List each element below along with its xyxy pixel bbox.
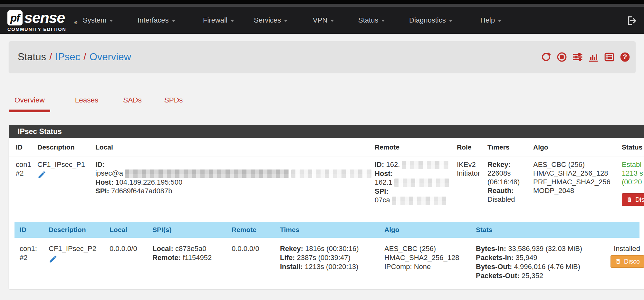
algo-integrity: HMAC_SHA2_256_128 <box>384 253 476 262</box>
local-id-value: ipsec@a <box>95 169 123 177</box>
disconnect-button-label: Dis <box>635 196 644 203</box>
chart-bar-icon[interactable] <box>588 52 599 63</box>
column-header-id: ID <box>14 222 49 238</box>
ike-local-cell: ID: ipsec@a Host: 104.189.226.195:500 SP… <box>95 160 375 206</box>
chevron-down-icon <box>381 20 385 22</box>
tab-sads[interactable]: SADs <box>118 94 147 112</box>
role-type: Initiator <box>457 169 487 178</box>
breadcrumb-separator: / <box>80 51 90 63</box>
child-status-cell: Installed Disco <box>610 244 644 280</box>
panel-title: IPsec Status <box>9 125 644 138</box>
breadcrumb-section: Status <box>18 51 46 63</box>
sign-out-icon[interactable] <box>626 15 637 26</box>
reauth-value: Disabled <box>487 195 533 204</box>
column-header-remote: Remote <box>232 222 280 238</box>
nav-menu-vpn[interactable]: VPN <box>313 7 334 34</box>
child-id-line2: #2 <box>20 253 49 262</box>
local-host-value: 104.189.226.195:500 <box>115 178 182 186</box>
life-value: 2387s (00:39:47) <box>297 254 351 262</box>
child-spis-cell: Local: c873e5a0 Remote: f1154952 <box>152 244 232 280</box>
life-label: Life: <box>280 254 295 262</box>
column-header-id: ID <box>9 143 37 151</box>
status-time: (00:20 <box>622 178 644 186</box>
child-algo-cell: AES_CBC (256) HMAC_SHA2_256_128 IPComp: … <box>384 244 476 280</box>
trash-icon <box>615 258 621 265</box>
column-header-timers: Timers <box>487 143 533 151</box>
tab-spds[interactable]: SPDs <box>159 94 188 112</box>
ike-algo-cell: AES_CBC (256) HMAC_SHA2_256_128 PRF_HMAC… <box>533 160 622 206</box>
svg-text:?: ? <box>623 53 627 61</box>
window-top-strip <box>0 0 644 4</box>
nav-menu-interfaces[interactable]: Interfaces <box>138 7 176 34</box>
tab-leases[interactable]: Leases <box>70 94 104 112</box>
logo-pf-text: pf <box>10 12 20 24</box>
ike-id-line1: con1 <box>16 160 37 169</box>
ike-table-header: ID Description Local Remote Role Timers … <box>9 138 644 157</box>
column-header-remote: Remote <box>375 143 457 151</box>
remote-spi-label: SPI: <box>375 187 457 196</box>
list-icon[interactable] <box>604 52 615 63</box>
chevron-down-icon <box>449 20 453 22</box>
rekey-label: Rekey: <box>487 160 533 169</box>
algo-ipcomp: IPComp: None <box>384 262 476 271</box>
panel-bottom-padding <box>9 285 644 289</box>
algo-encryption: AES_CBC (256) <box>384 244 476 253</box>
column-header-times: Times <box>280 222 384 238</box>
nav-menu-system[interactable]: System <box>83 7 113 34</box>
pfsense-logo-box: pf <box>7 10 23 25</box>
disconnect-button[interactable]: Dis <box>622 193 644 206</box>
ike-remote-cell: ID: 162. Host: 162.1 SPI: 07ca <box>375 160 457 206</box>
redacted-blur <box>291 169 372 178</box>
stop-circle-icon[interactable] <box>556 52 567 63</box>
column-header-local: Local <box>110 222 152 238</box>
algo-prf: PRF_HMAC_SHA2_256 <box>533 178 622 186</box>
remote-spi-value: 07ca <box>375 196 390 204</box>
nav-menu-firewall[interactable]: Firewall <box>203 7 234 34</box>
column-header-algo: Algo <box>384 222 476 238</box>
breadcrumb-link-overview[interactable]: Overview <box>90 51 131 63</box>
chevron-down-icon <box>109 20 113 22</box>
chevron-down-icon <box>498 20 502 22</box>
disconnect-button[interactable]: Disco <box>610 255 644 268</box>
nav-menu-help[interactable]: Help <box>480 7 502 34</box>
local-id-label: ID: <box>95 160 375 169</box>
ipsec-status-panel: IPsec Status ID Description Local Remote… <box>9 125 644 289</box>
page-action-icons: ? <box>541 41 630 73</box>
local-spi-value: 7d689f64a7ad087b <box>111 187 172 195</box>
trash-icon <box>626 196 632 203</box>
remote-host-label: Host: <box>375 169 457 178</box>
refresh-icon[interactable] <box>541 52 552 63</box>
ipsec-tabs: Overview Leases SADs SPDs <box>9 94 188 112</box>
edit-pencil-icon[interactable] <box>49 255 58 264</box>
child-description: CF1_IPsec_P2 <box>49 244 110 253</box>
top-navbar: pf sense ® COMMUNITY EDITION System Inte… <box>0 7 644 34</box>
help-icon[interactable]: ? <box>620 52 630 63</box>
sliders-icon[interactable] <box>572 52 583 63</box>
child-stats-cell: Bytes-In: 33,586,939 (32.03 MiB) Packets… <box>476 244 610 280</box>
table-gap <box>9 210 644 222</box>
chevron-down-icon <box>230 20 234 22</box>
column-header-status: Status <box>622 143 644 151</box>
tab-overview[interactable]: Overview <box>9 94 50 112</box>
nav-menu-status-label: Status <box>358 16 378 24</box>
ike-status-cell: Establ 1213 s (00:20 Dis <box>622 160 644 206</box>
breadcrumb-separator: / <box>46 51 55 63</box>
logo-registered-mark: ® <box>74 21 77 25</box>
nav-menu-firewall-label: Firewall <box>203 16 227 24</box>
breadcrumb-link-ipsec[interactable]: IPsec <box>55 51 81 63</box>
child-description-cell: CF1_IPsec_P2 <box>49 244 110 280</box>
child-remote-cell: 0.0.0.0/0 <box>232 244 280 280</box>
nav-menu-status[interactable]: Status <box>358 7 385 34</box>
nav-menu-services[interactable]: Services <box>254 7 288 34</box>
column-header-description: Description <box>49 222 110 238</box>
column-header-role: Role <box>457 143 487 151</box>
child-sa-table: ID Description Local SPI(s) Remote Times… <box>14 222 644 285</box>
pfsense-logo[interactable]: pf sense ® COMMUNITY EDITION <box>7 10 91 32</box>
breadcrumb-bar: Status/IPsec/Overview ? <box>9 41 636 73</box>
nav-menu-interfaces-label: Interfaces <box>138 16 169 24</box>
rekey-label: Rekey: <box>280 245 303 253</box>
local-spi-label: SPI: <box>95 187 109 195</box>
edit-pencil-icon[interactable] <box>37 170 47 180</box>
nav-menu-diagnostics[interactable]: Diagnostics <box>409 7 453 34</box>
redacted-blur <box>394 179 449 187</box>
